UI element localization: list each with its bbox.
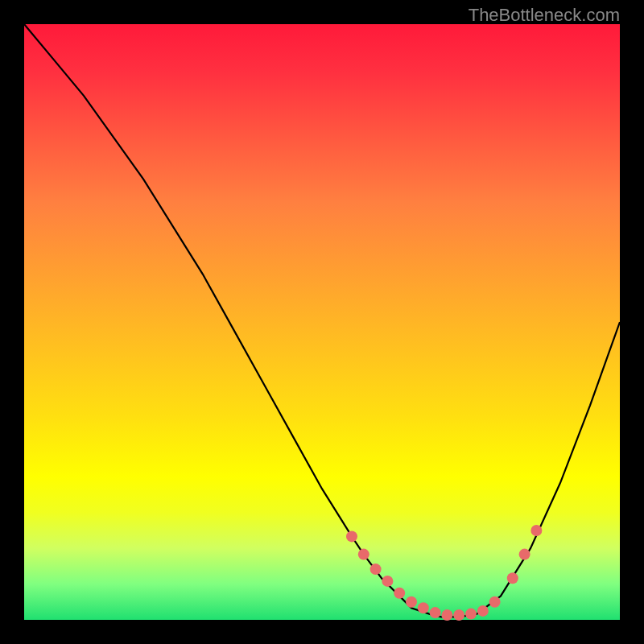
highlight-dot xyxy=(441,609,452,621)
highlight-dot xyxy=(530,525,542,536)
highlight-dot xyxy=(507,572,518,584)
highlight-dot xyxy=(418,602,429,613)
highlight-dot xyxy=(406,597,417,608)
highlight-dot xyxy=(346,530,357,542)
highlight-dot xyxy=(370,564,382,575)
chart-svg xyxy=(24,24,620,620)
watermark-text: TheBottleneck.com xyxy=(469,5,620,26)
plot-area xyxy=(24,24,620,620)
chart-container: TheBottleneck.com xyxy=(0,0,644,644)
highlight-dot xyxy=(477,605,489,617)
highlight-dot xyxy=(519,549,530,560)
highlight-dot xyxy=(453,609,464,621)
highlight-dots-group xyxy=(346,525,542,621)
highlight-dot xyxy=(489,597,501,608)
highlight-dot xyxy=(465,609,477,620)
highlight-dot xyxy=(430,607,441,618)
highlight-dot xyxy=(382,576,393,587)
bottleneck-curve xyxy=(24,24,620,617)
highlight-dot xyxy=(394,588,405,599)
highlight-dot xyxy=(358,549,369,560)
